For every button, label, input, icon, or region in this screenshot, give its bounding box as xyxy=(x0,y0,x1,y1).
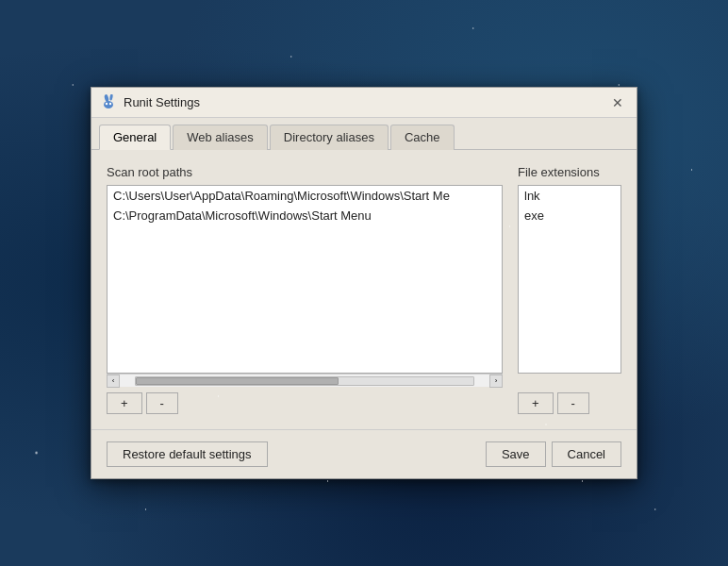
add-scan-path-button[interactable]: + xyxy=(107,392,142,414)
content-area: Scan root paths C:\Users\User\AppData\Ro… xyxy=(91,150,637,429)
tab-directory-aliases[interactable]: Directory aliases xyxy=(270,125,389,150)
horizontal-scrollbar[interactable]: ‹ › xyxy=(107,374,503,387)
list-item[interactable]: exe xyxy=(519,206,620,225)
file-extensions-label: File extensions xyxy=(518,165,621,179)
file-extensions-list[interactable]: lnk exe xyxy=(518,185,621,374)
tab-bar: General Web aliases Directory aliases Ca… xyxy=(91,118,637,150)
scroll-right-arrow[interactable]: › xyxy=(489,375,503,388)
settings-window: Runit Settings ✕ General Web aliases Dir… xyxy=(91,87,637,479)
svg-point-4 xyxy=(109,102,111,104)
bottom-bar-left: Restore default settings xyxy=(107,441,486,467)
rabbit-icon xyxy=(100,94,117,111)
close-button[interactable]: ✕ xyxy=(606,92,629,114)
restore-defaults-button[interactable]: Restore default settings xyxy=(107,441,268,467)
bottom-bar: Restore default settings Save Cancel xyxy=(91,429,637,478)
window-title: Runit Settings xyxy=(124,95,606,109)
save-button[interactable]: Save xyxy=(486,441,546,467)
scrollbar-thumb[interactable] xyxy=(136,377,339,385)
add-file-ext-button[interactable]: + xyxy=(518,392,554,414)
bottom-bar-right: Save Cancel xyxy=(486,441,621,467)
remove-file-ext-button[interactable]: - xyxy=(557,392,589,414)
tab-general[interactable]: General xyxy=(99,125,171,150)
title-bar: Runit Settings ✕ xyxy=(91,88,637,118)
tab-web-aliases[interactable]: Web aliases xyxy=(173,125,268,150)
cancel-button[interactable]: Cancel xyxy=(552,441,621,467)
scan-root-paths-list[interactable]: C:\Users\User\AppData\Roaming\Microsoft\… xyxy=(107,185,503,374)
scan-root-paths-section: Scan root paths C:\Users\User\AppData\Ro… xyxy=(107,165,503,414)
file-extensions-section: File extensions lnk exe + - xyxy=(518,165,621,414)
scroll-left-arrow[interactable]: ‹ xyxy=(107,375,120,388)
list-item[interactable]: lnk xyxy=(519,186,620,206)
svg-point-3 xyxy=(106,102,108,104)
scan-paths-button-row: + - xyxy=(107,392,503,414)
svg-point-1 xyxy=(109,94,113,101)
list-item[interactable]: C:\ProgramData\Microsoft\Windows\Start M… xyxy=(108,206,502,225)
svg-point-2 xyxy=(104,101,113,108)
content-inner: Scan root paths C:\Users\User\AppData\Ro… xyxy=(107,165,621,414)
scan-root-paths-label: Scan root paths xyxy=(107,165,503,179)
tab-cache[interactable]: Cache xyxy=(390,125,455,150)
scrollbar-track[interactable] xyxy=(135,376,474,386)
list-item[interactable]: C:\Users\User\AppData\Roaming\Microsoft\… xyxy=(108,186,502,206)
remove-scan-path-button[interactable]: - xyxy=(146,392,178,414)
file-ext-button-row: + - xyxy=(518,392,621,414)
app-icon xyxy=(99,93,118,112)
